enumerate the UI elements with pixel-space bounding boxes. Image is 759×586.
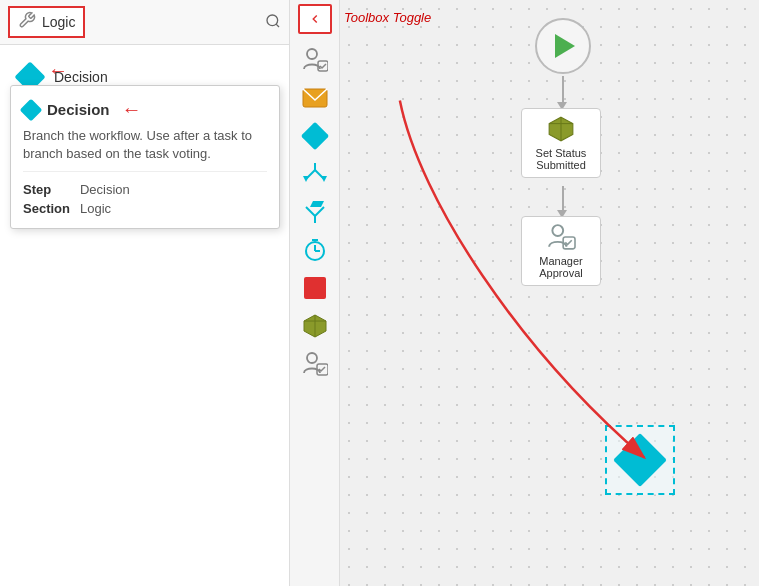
svg-point-12: [307, 49, 317, 59]
toolbox-title: Logic: [42, 14, 75, 30]
tooltip-item-name: Decision: [47, 101, 110, 118]
tooltip-pointer-arrow: ←: [48, 59, 68, 82]
svg-point-0: [267, 15, 278, 26]
section-label: Section: [23, 201, 70, 216]
sidebar-person-task-icon[interactable]: [297, 42, 333, 78]
start-node: [535, 18, 591, 74]
approval-label: Manager Approval: [528, 255, 594, 279]
wrench-icon: [18, 11, 36, 33]
toolbox-toggle-button[interactable]: [298, 4, 332, 34]
svg-marker-19: [321, 176, 327, 182]
approval-task-box: Manager Approval: [521, 216, 601, 286]
svg-point-37: [552, 225, 563, 236]
sidebar-split-icon[interactable]: [297, 156, 333, 192]
tooltip-red-arrow: ←: [122, 98, 142, 121]
svg-line-22: [315, 207, 324, 216]
toolbox-panel: Logic Decision ←: [0, 0, 290, 586]
set-status-label: Set StatusSubmitted: [536, 147, 587, 171]
workflow-canvas[interactable]: Set StatusSubmitted Manager Approval: [340, 0, 759, 586]
toolbox-items-list: Decision ← Decision ← Branch the workflo…: [0, 45, 289, 586]
decision-tooltip: Decision ← Branch the workflow. Use afte…: [10, 85, 280, 229]
sidebar-package-icon[interactable]: [297, 308, 333, 344]
app-container: Logic Decision ←: [0, 0, 759, 586]
manager-approval-node[interactable]: Manager Approval: [521, 216, 601, 286]
sidebar-decision-icon[interactable]: [297, 118, 333, 154]
canvas-diamond-icon: [613, 433, 667, 487]
toolbox-title-box: Logic: [8, 6, 85, 38]
set-status-node[interactable]: Set StatusSubmitted: [521, 108, 601, 178]
svg-point-32: [307, 353, 317, 363]
person-check-task-icon: [542, 223, 580, 251]
canvas-decision-box: [605, 425, 675, 495]
toolbox-item-decision[interactable]: Decision ← Decision ← Branch the workflo…: [0, 55, 289, 99]
toolbox-toggle-label: Toolbox Toggle: [344, 10, 431, 25]
sidebar-stop-icon[interactable]: [297, 270, 333, 306]
package-task-icon: [542, 115, 580, 143]
sidebar-person-check-icon[interactable]: [297, 346, 333, 382]
tooltip-description: Branch the workflow. Use after a task to…: [23, 127, 267, 172]
svg-line-1: [276, 24, 279, 27]
tooltip-meta-table: Step Decision Section Logic: [23, 182, 267, 216]
play-icon: [555, 34, 575, 58]
drag-arrow-overlay: [340, 0, 759, 586]
set-status-task-box: Set StatusSubmitted: [521, 108, 601, 178]
sidebar-timer-icon[interactable]: [297, 232, 333, 268]
sidebar-message-icon[interactable]: [297, 80, 333, 116]
svg-marker-18: [303, 176, 309, 182]
tooltip-diamond-icon: [20, 98, 43, 121]
step-value: Decision: [80, 182, 267, 197]
start-circle: [535, 18, 591, 74]
sidebar-fork-icon[interactable]: [297, 194, 333, 230]
section-value: Logic: [80, 201, 267, 216]
canvas-decision-node[interactable]: [605, 425, 675, 495]
toolbox-header: Logic: [0, 0, 289, 45]
step-label: Step: [23, 182, 70, 197]
connector-setstatus-to-approval: [562, 186, 564, 212]
svg-line-21: [306, 207, 315, 216]
tooltip-title-row: Decision ←: [23, 98, 267, 121]
toolbox-search-button[interactable]: [265, 13, 281, 32]
icon-sidebar: Toolbox Toggle: [290, 0, 340, 586]
connector-start-to-setstatus: [562, 76, 564, 104]
